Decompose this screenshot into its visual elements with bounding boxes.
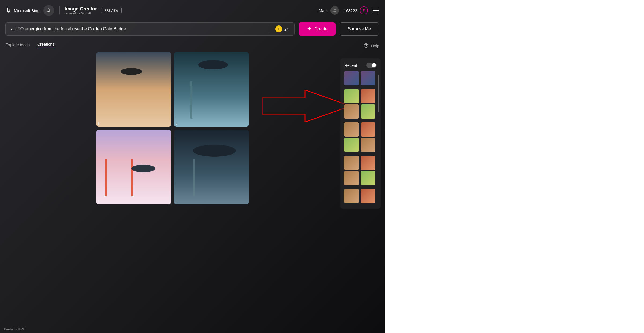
preview-badge: PREVIEW bbox=[101, 8, 122, 13]
footer-text: Created with AI bbox=[4, 328, 24, 331]
boost-count: 24 bbox=[284, 27, 289, 31]
prompt-input-container: 24 bbox=[5, 22, 295, 36]
recent-thumb[interactable] bbox=[361, 138, 375, 152]
bing-logo-text: Microsoft Bing bbox=[14, 8, 39, 13]
recent-title: Recent bbox=[344, 63, 357, 68]
recent-header: Recent bbox=[344, 63, 377, 68]
header-divider bbox=[59, 6, 60, 14]
person-icon bbox=[332, 8, 337, 13]
create-button-label: Create bbox=[315, 27, 327, 31]
recent-thumb[interactable] bbox=[344, 71, 359, 85]
tabs-bar: Explore ideas Creations Help bbox=[0, 37, 385, 52]
user-section[interactable]: Mark bbox=[319, 6, 339, 15]
recent-thumb[interactable] bbox=[361, 89, 375, 103]
svg-line-1 bbox=[49, 11, 50, 12]
results-grid: b b b b bbox=[96, 52, 249, 204]
avatar[interactable] bbox=[330, 6, 339, 15]
bing-icon bbox=[5, 7, 12, 14]
recent-panel: Recent bbox=[340, 58, 381, 209]
header: Microsoft Bing Image Creator powered by … bbox=[0, 0, 385, 21]
recent-thumb[interactable] bbox=[361, 71, 375, 85]
recent-grid bbox=[344, 71, 377, 206]
menu-button[interactable] bbox=[373, 8, 379, 13]
help-icon bbox=[363, 43, 369, 48]
recent-thumb[interactable] bbox=[344, 104, 359, 119]
recent-thumb[interactable] bbox=[361, 122, 375, 137]
recent-toggle[interactable] bbox=[366, 63, 377, 68]
trophy-icon bbox=[362, 8, 366, 13]
rewards-icon bbox=[360, 6, 368, 14]
create-button[interactable]: Create bbox=[299, 22, 336, 36]
boost-section[interactable]: 24 bbox=[270, 25, 289, 33]
prompt-bar: 24 Create Surprise Me bbox=[0, 21, 385, 37]
help-button[interactable]: Help bbox=[363, 43, 379, 48]
blank-area bbox=[385, 0, 644, 333]
recent-thumb[interactable] bbox=[344, 189, 359, 203]
search-icon bbox=[46, 8, 51, 13]
recent-thumb[interactable] bbox=[361, 156, 375, 170]
recent-thumb[interactable] bbox=[361, 171, 375, 185]
svg-point-0 bbox=[47, 9, 50, 12]
recent-thumb[interactable] bbox=[344, 122, 359, 137]
username: Mark bbox=[319, 8, 328, 13]
recent-thumb[interactable] bbox=[344, 89, 359, 103]
title-section: Image Creator powered by DALL·E bbox=[65, 6, 97, 15]
result-badge: b bbox=[176, 122, 177, 125]
result-badge: b bbox=[98, 122, 100, 125]
lightning-icon bbox=[275, 25, 282, 32]
result-badge: b bbox=[98, 200, 100, 203]
recent-thumb[interactable] bbox=[344, 171, 359, 185]
bing-logo[interactable]: Microsoft Bing bbox=[5, 7, 39, 14]
prompt-input[interactable] bbox=[11, 27, 270, 31]
rewards-count: 168222 bbox=[344, 8, 357, 13]
recent-thumb[interactable] bbox=[361, 104, 375, 119]
main-content: b b b b bbox=[0, 52, 385, 204]
toggle-knob bbox=[372, 63, 376, 67]
svg-point-2 bbox=[334, 9, 336, 10]
recent-thumb[interactable] bbox=[361, 189, 375, 203]
result-image-1[interactable]: b bbox=[96, 52, 171, 127]
result-image-4[interactable]: b bbox=[174, 130, 249, 204]
search-button[interactable] bbox=[43, 5, 54, 16]
help-label: Help bbox=[371, 43, 379, 48]
result-image-2[interactable]: b bbox=[174, 52, 249, 127]
recent-thumb[interactable] bbox=[344, 156, 359, 170]
scrollbar[interactable] bbox=[378, 75, 379, 112]
app-subtitle: powered by DALL·E bbox=[65, 12, 97, 15]
rewards-section[interactable]: 168222 bbox=[344, 6, 368, 14]
surprise-me-button[interactable]: Surprise Me bbox=[340, 22, 379, 36]
sparkle-icon bbox=[307, 26, 312, 32]
result-badge: b bbox=[176, 200, 177, 203]
tab-explore-ideas[interactable]: Explore ideas bbox=[5, 42, 30, 49]
app-title: Image Creator bbox=[65, 6, 97, 12]
result-image-3[interactable]: b bbox=[96, 130, 171, 204]
recent-thumb[interactable] bbox=[344, 138, 359, 152]
tab-creations[interactable]: Creations bbox=[37, 42, 54, 49]
